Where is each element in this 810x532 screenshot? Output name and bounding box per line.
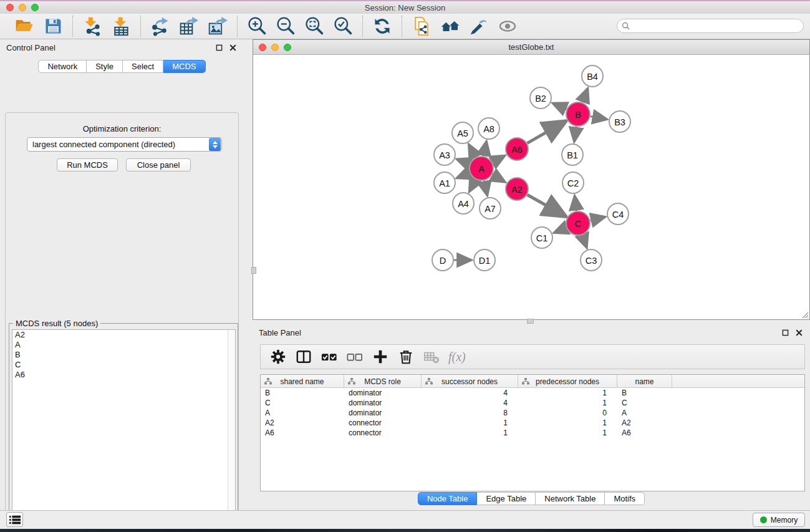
node-C4[interactable]: C4 [607, 203, 629, 225]
mcds-result-item[interactable]: C [12, 360, 235, 370]
float-table-panel-icon[interactable] [780, 327, 790, 337]
node-A1[interactable]: A1 [434, 172, 455, 193]
node-B1[interactable]: B1 [562, 144, 583, 165]
table-cell[interactable]: 4 [422, 389, 518, 397]
mcds-result-list[interactable]: A2ABCA6 [12, 329, 236, 532]
mcds-result-item[interactable]: B [12, 350, 235, 360]
edge-A2-C[interactable] [528, 195, 566, 216]
close-panel-button[interactable]: Close panel [126, 158, 191, 172]
save-session-icon[interactable] [41, 16, 65, 37]
minimize-window-button[interactable] [19, 4, 26, 11]
node-A8[interactable]: A8 [478, 118, 499, 139]
edge-C-C2[interactable] [575, 196, 577, 211]
export-network-icon[interactable] [148, 16, 172, 37]
network-zoom-button[interactable] [284, 44, 291, 51]
close-table-panel-icon[interactable] [794, 327, 804, 337]
zoom-window-button[interactable] [31, 4, 39, 11]
vertical-splitter-grip[interactable] [251, 267, 256, 274]
table-cell[interactable]: A2 [617, 418, 672, 427]
tab-network[interactable]: Network [38, 60, 87, 73]
column-header-shared-name[interactable]: shared name [261, 375, 344, 388]
table-cell[interactable]: 0 [518, 409, 617, 417]
vertical-splitter[interactable] [244, 39, 253, 510]
mcds-result-item[interactable]: A [12, 340, 235, 350]
zoom-out-icon[interactable] [274, 16, 297, 37]
edge-C-C3[interactable] [582, 235, 587, 248]
mcds-result-item[interactable]: A6 [12, 370, 235, 380]
criterion-dropdown[interactable]: largest connected component (directed) [27, 137, 222, 152]
table-cell[interactable]: A6 [617, 428, 672, 437]
node-C[interactable]: C [566, 211, 590, 235]
edge-C-C4[interactable] [590, 217, 605, 221]
mcds-list-scrollbar[interactable] [228, 330, 235, 532]
run-mcds-button[interactable]: Run MCDS [57, 158, 118, 172]
table-cell[interactable]: C [617, 399, 672, 407]
table-cell[interactable]: connector [344, 428, 422, 437]
zoom-fit-icon[interactable] [302, 16, 326, 37]
mcds-result-item[interactable]: A2 [12, 330, 235, 340]
show-hide-icon[interactable] [496, 16, 519, 37]
node-C1[interactable]: C1 [531, 227, 552, 248]
tab-select[interactable]: Select [123, 60, 163, 73]
zoom-in-icon[interactable] [245, 16, 269, 37]
table-cell[interactable]: 1 [422, 428, 518, 437]
network-canvas[interactable]: AA1A2A3A4A5A6A7A8BB1B2B3B4CC1C2C3C4DD1 [253, 56, 809, 319]
table-cell[interactable]: C [261, 399, 344, 407]
table-row[interactable]: A2connector11A2 [261, 418, 804, 428]
edge-B-B1[interactable] [574, 127, 576, 142]
node-C2[interactable]: C2 [562, 172, 584, 193]
table-cell[interactable]: dominator [344, 409, 422, 417]
column-header-predecessor-nodes[interactable]: predecessor nodes [518, 375, 617, 388]
table-cell[interactable]: 4 [422, 399, 518, 407]
column-layout-icon[interactable] [294, 347, 314, 367]
tab-network-table[interactable]: Network Table [536, 492, 605, 505]
delete-table-icon[interactable] [422, 347, 441, 367]
edge-A-A5[interactable] [469, 145, 476, 158]
function-builder-icon[interactable]: f(x) [447, 350, 466, 364]
open-session-icon[interactable] [12, 16, 36, 37]
select-all-icon[interactable] [319, 347, 339, 367]
add-column-icon[interactable] [370, 347, 390, 367]
tab-node-table[interactable]: Node Table [418, 492, 478, 505]
settings-icon[interactable] [268, 347, 288, 367]
tab-motifs[interactable]: Motifs [605, 492, 645, 505]
network-from-selection-icon[interactable] [410, 16, 433, 37]
tab-edge-table[interactable]: Edge Table [477, 492, 536, 505]
node-A2[interactable]: A2 [506, 178, 528, 200]
close-window-button[interactable] [6, 4, 14, 11]
table-cell[interactable]: 1 [518, 389, 617, 397]
node-B4[interactable]: B4 [582, 65, 603, 87]
node-B[interactable]: B [566, 102, 590, 126]
graphics-details-icon[interactable] [467, 16, 491, 37]
table-cell[interactable]: dominator [344, 389, 422, 397]
search-field[interactable] [617, 19, 804, 33]
table-cell[interactable]: dominator [344, 399, 422, 407]
node-A6[interactable]: A6 [506, 138, 528, 160]
edge-A-A6[interactable] [493, 156, 505, 163]
table-cell[interactable]: 8 [422, 409, 518, 417]
network-window-titlebar[interactable]: testGlobe.txt [253, 40, 809, 55]
search-input[interactable] [630, 20, 803, 32]
table-cell[interactable]: 1 [518, 428, 617, 437]
table-cell[interactable]: connector [344, 418, 422, 427]
node-B3[interactable]: B3 [609, 111, 630, 132]
table-row[interactable]: A6connector11A6 [261, 428, 804, 438]
network-graph[interactable]: AA1A2A3A4A5A6A7A8BB1B2B3B4CC1C2C3C4DD1 [253, 56, 809, 319]
table-row[interactable]: Cdominator41C [261, 398, 804, 408]
float-panel-icon[interactable] [214, 42, 224, 52]
edge-B-B2[interactable] [552, 103, 566, 109]
node-A5[interactable]: A5 [452, 122, 473, 143]
horizontal-splitter-grip[interactable] [527, 319, 534, 324]
table-cell[interactable]: A [261, 409, 344, 417]
table-cell[interactable]: 1 [422, 418, 518, 427]
close-panel-icon[interactable] [228, 42, 238, 52]
column-header-successor-nodes[interactable]: successor nodes [422, 375, 518, 388]
task-history-button[interactable] [6, 512, 23, 527]
edge-B-B4[interactable] [582, 89, 588, 103]
refresh-icon[interactable] [370, 16, 394, 37]
node-A4[interactable]: A4 [453, 193, 474, 214]
edge-A-A3[interactable] [457, 159, 470, 164]
node-C3[interactable]: C3 [581, 249, 602, 271]
node-B2[interactable]: B2 [530, 87, 551, 109]
edge-A-A2[interactable] [492, 175, 505, 182]
